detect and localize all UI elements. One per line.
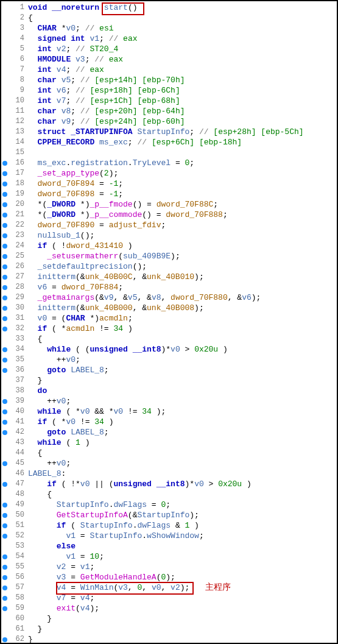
- code-line[interactable]: 50 GetStartupInfoA(&StartupInfo);: [1, 510, 337, 520]
- code-line[interactable]: 31 v0 = (CHAR *)acmdln;: [1, 313, 337, 324]
- code-text[interactable]: int v2; // ST20_4: [27, 44, 337, 54]
- code-line[interactable]: 49 StartupInfo.dwFlags = 0;: [1, 500, 337, 510]
- code-line[interactable]: 56 v3 = GetModuleHandleA(0);: [1, 572, 337, 582]
- breakpoint-gutter[interactable]: [1, 531, 9, 541]
- breakpoint-gutter[interactable]: [1, 272, 9, 282]
- breakpoint-gutter[interactable]: [1, 251, 9, 261]
- code-line[interactable]: 38 do: [1, 386, 337, 396]
- code-text[interactable]: do: [27, 386, 337, 396]
- code-line[interactable]: 42 goto LABEL_8;: [1, 427, 337, 437]
- breakpoint-gutter[interactable]: [1, 324, 9, 334]
- code-text[interactable]: v2 = v1;: [27, 562, 337, 572]
- code-line[interactable]: 1void __noreturn start(): [1, 2, 337, 13]
- code-text[interactable]: {: [27, 13, 337, 23]
- code-line[interactable]: 57 v4 = WinMain(v3, 0, v0, v2);: [1, 582, 337, 593]
- breakpoint-gutter[interactable]: [1, 634, 9, 644]
- code-text[interactable]: goto LABEL_8;: [27, 365, 337, 375]
- code-line[interactable]: 23 nullsub_1();: [1, 230, 337, 241]
- code-line[interactable]: 41 if ( *v0 != 34 ): [1, 417, 337, 427]
- code-text[interactable]: if ( StartupInfo.dwFlags & 1 ): [27, 520, 337, 531]
- code-line[interactable]: 53 else: [1, 541, 337, 551]
- breakpoint-gutter[interactable]: [1, 168, 9, 179]
- breakpoint-gutter[interactable]: [1, 313, 9, 324]
- code-text[interactable]: exit(v4);: [27, 603, 337, 614]
- code-text[interactable]: ++v0;: [27, 355, 337, 365]
- code-text[interactable]: }: [27, 634, 337, 644]
- code-line[interactable]: 30 initterm(&unk_40B000, &unk_40B008);: [1, 303, 337, 313]
- code-line[interactable]: 37 }: [1, 375, 337, 386]
- code-line[interactable]: 55 v2 = v1;: [1, 562, 337, 572]
- breakpoint-gutter[interactable]: [1, 551, 9, 562]
- breakpoint-gutter[interactable]: [1, 230, 9, 241]
- code-text[interactable]: initterm(&unk_40B000, &unk_40B008);: [27, 303, 337, 313]
- code-line[interactable]: 48 {: [1, 489, 337, 500]
- code-line[interactable]: 25 _setusermatherr(sub_409B9E);: [1, 251, 337, 261]
- code-text[interactable]: v6 = dword_70F884;: [27, 282, 337, 292]
- breakpoint-gutter[interactable]: [1, 593, 9, 603]
- code-text[interactable]: {: [27, 489, 337, 500]
- code-line[interactable]: 20 *(_DWORD *)_p__fmode() = dword_70F88C…: [1, 199, 337, 210]
- code-line[interactable]: 6 HMODULE v3; // eax: [1, 54, 337, 65]
- code-text[interactable]: LABEL_8:: [27, 469, 337, 479]
- code-line[interactable]: 22 dword_70F890 = adjust_fdiv;: [1, 220, 337, 230]
- code-line[interactable]: 39 ++v0;: [1, 396, 337, 406]
- code-text[interactable]: signed int v1; // eax: [27, 34, 337, 44]
- code-line[interactable]: 21 *(_DWORD *)_p__commode() = dword_70F8…: [1, 210, 337, 220]
- code-text[interactable]: int v4; // eax: [27, 65, 337, 75]
- code-line[interactable]: 60 }: [1, 614, 337, 624]
- code-text[interactable]: ++v0;: [27, 396, 337, 406]
- code-line[interactable]: 40 while ( *v0 && *v0 != 34 );: [1, 406, 337, 417]
- code-line[interactable]: 9 int v6; // [esp+18h] [ebp-6Ch]: [1, 85, 337, 96]
- code-text[interactable]: if ( *v0 != 34 ): [27, 417, 337, 427]
- breakpoint-gutter[interactable]: [1, 396, 9, 406]
- breakpoint-gutter[interactable]: [1, 427, 9, 437]
- code-text[interactable]: v7 = v4;: [27, 593, 337, 603]
- code-text[interactable]: v3 = GetModuleHandleA(0);: [27, 572, 337, 582]
- breakpoint-gutter[interactable]: [1, 572, 9, 582]
- code-text[interactable]: int v6; // [esp+18h] [ebp-6Ch]: [27, 85, 337, 96]
- code-line[interactable]: 46LABEL_8:: [1, 469, 337, 479]
- code-text[interactable]: GetStartupInfoA(&StartupInfo);: [27, 510, 337, 520]
- code-line[interactable]: 47 if ( !*v0 || (unsigned __int8)*v0 > 0…: [1, 479, 337, 489]
- code-line[interactable]: 8 char v5; // [esp+14h] [ebp-70h]: [1, 75, 337, 85]
- code-text[interactable]: initterm(&unk_40B00C, &unk_40B010);: [27, 272, 337, 282]
- code-text[interactable]: goto LABEL_8;: [27, 427, 337, 437]
- code-text[interactable]: CPPEH_RECORD ms_exc; // [esp+6Ch] [ebp-1…: [27, 137, 337, 147]
- breakpoint-gutter[interactable]: [1, 458, 9, 469]
- code-text[interactable]: }: [27, 614, 337, 624]
- breakpoint-gutter[interactable]: [1, 582, 9, 593]
- code-line[interactable]: 3 CHAR *v0; // esi: [1, 23, 337, 34]
- code-text[interactable]: dword_70F894 = -1;: [27, 179, 337, 189]
- breakpoint-gutter[interactable]: [1, 220, 9, 230]
- code-text[interactable]: v0 = (CHAR *)acmdln;: [27, 313, 337, 324]
- breakpoint-gutter[interactable]: [1, 355, 9, 365]
- breakpoint-gutter[interactable]: [1, 417, 9, 427]
- code-text[interactable]: struct _STARTUPINFOA StartupInfo; // [es…: [27, 127, 337, 137]
- code-line[interactable]: 62}: [1, 634, 337, 644]
- code-line[interactable]: 19 dword_70F898 = -1;: [1, 189, 337, 199]
- code-text[interactable]: }: [27, 375, 337, 386]
- code-line[interactable]: 61 }: [1, 624, 337, 634]
- breakpoint-gutter[interactable]: [1, 261, 9, 272]
- code-text[interactable]: {: [27, 448, 337, 458]
- code-text[interactable]: if ( !dword_431410 ): [27, 241, 337, 251]
- breakpoint-gutter[interactable]: [1, 603, 9, 614]
- code-line[interactable]: 4 signed int v1; // eax: [1, 34, 337, 44]
- code-text[interactable]: CHAR *v0; // esi: [27, 23, 337, 34]
- code-line[interactable]: 51 if ( StartupInfo.dwFlags & 1 ): [1, 520, 337, 531]
- code-line[interactable]: 36 goto LABEL_8;: [1, 365, 337, 375]
- code-line[interactable]: 58 v7 = v4;: [1, 593, 337, 603]
- breakpoint-gutter[interactable]: [1, 179, 9, 189]
- code-line[interactable]: 12 char v9; // [esp+24h] [ebp-60h]: [1, 116, 337, 127]
- code-line[interactable]: 45 ++v0;: [1, 458, 337, 469]
- code-text[interactable]: StartupInfo.dwFlags = 0;: [27, 500, 337, 510]
- code-text[interactable]: }: [27, 624, 337, 634]
- code-text[interactable]: if ( *acmdln != 34 ): [27, 324, 337, 334]
- code-line[interactable]: 5 int v2; // ST20_4: [1, 44, 337, 54]
- code-text[interactable]: char v8; // [esp+20h] [ebp-64h]: [27, 106, 337, 116]
- code-line[interactable]: 10 int v7; // [esp+1Ch] [ebp-68h]: [1, 96, 337, 106]
- code-line[interactable]: 7 int v4; // eax: [1, 65, 337, 75]
- code-line[interactable]: 28 v6 = dword_70F884;: [1, 282, 337, 292]
- code-line[interactable]: 59 exit(v4);: [1, 603, 337, 614]
- code-text[interactable]: int v7; // [esp+1Ch] [ebp-68h]: [27, 96, 337, 106]
